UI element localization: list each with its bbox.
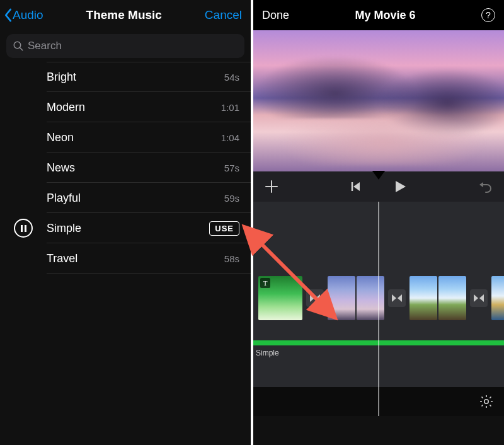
- theme-music-pane: Audio Theme Music Cancel Bright 54s Mode…: [0, 0, 251, 445]
- title-badge: T: [260, 278, 270, 288]
- undo-button[interactable]: [478, 180, 493, 194]
- theme-name: Neon: [47, 131, 221, 144]
- theme-name: Bright: [47, 71, 224, 84]
- theme-duration: 1:01: [221, 102, 239, 113]
- search-bar[interactable]: [6, 34, 244, 58]
- playhead-marker-icon: [372, 171, 385, 180]
- undo-icon: [478, 180, 493, 194]
- theme-name: Simple: [47, 222, 209, 235]
- skip-back-icon: [350, 180, 362, 193]
- theme-duration: 1:04: [221, 132, 239, 143]
- theme-row-travel[interactable]: Travel 58s: [0, 243, 251, 274]
- settings-button[interactable]: [479, 394, 494, 409]
- play-button[interactable]: [392, 179, 408, 194]
- use-button[interactable]: USE: [209, 221, 239, 236]
- editor-nav: Done My Movie 6 ?: [253, 0, 504, 30]
- theme-duration: 54s: [224, 72, 239, 83]
- help-button[interactable]: ?: [481, 8, 495, 22]
- transition-icon: [473, 294, 484, 303]
- theme-row-playful[interactable]: Playful 59s: [0, 183, 251, 213]
- go-to-start-button[interactable]: [350, 180, 362, 193]
- search-icon: [13, 40, 24, 52]
- theme-duration: 58s: [224, 253, 239, 264]
- transition-1[interactable]: [306, 289, 324, 307]
- clip-3a[interactable]: [410, 276, 437, 320]
- playhead-line: [379, 202, 379, 416]
- theme-row-simple[interactable]: Simple USE: [0, 213, 251, 243]
- project-title: My Movie 6: [355, 9, 416, 22]
- theme-list: Bright 54s Modern 1:01 Neon 1:04 News 57…: [0, 62, 251, 274]
- back-button[interactable]: Audio: [4, 8, 43, 22]
- audio-track-label: Simple: [256, 349, 504, 357]
- transition-3[interactable]: [470, 289, 488, 307]
- transition-icon: [391, 294, 403, 303]
- transition-2[interactable]: [388, 289, 406, 307]
- theme-row-modern[interactable]: Modern 1:01: [0, 92, 251, 122]
- back-label: Audio: [13, 8, 43, 22]
- theme-name: News: [47, 161, 224, 175]
- editor-pane: Done My Movie 6 ?: [253, 0, 504, 445]
- theme-row-neon[interactable]: Neon 1:04: [0, 122, 251, 153]
- theme-duration: 59s: [224, 193, 239, 204]
- control-bar: [253, 171, 504, 202]
- timeline[interactable]: T Simple: [253, 202, 504, 416]
- video-preview[interactable]: [253, 30, 504, 171]
- theme-name: Travel: [47, 252, 224, 265]
- page-title: Theme Music: [43, 8, 205, 22]
- theme-row-news[interactable]: News 57s: [0, 153, 251, 183]
- theme-row-bright[interactable]: Bright 54s: [0, 62, 251, 92]
- pause-button[interactable]: [14, 219, 33, 238]
- add-media-button[interactable]: [265, 180, 278, 194]
- search-input[interactable]: [28, 40, 238, 52]
- theme-name: Playful: [47, 192, 224, 205]
- nav-bar: Audio Theme Music Cancel: [0, 0, 251, 30]
- svg-point-2: [484, 400, 488, 403]
- done-button[interactable]: Done: [262, 9, 289, 22]
- clip-1[interactable]: T: [258, 276, 302, 320]
- clip-2a[interactable]: [328, 276, 355, 320]
- pause-icon: [21, 225, 26, 232]
- gear-icon: [479, 394, 494, 409]
- theme-name: Modern: [47, 101, 221, 114]
- plus-icon: [265, 180, 278, 194]
- clip-2b[interactable]: [357, 276, 384, 320]
- play-icon: [392, 179, 408, 194]
- transition-icon: [309, 294, 321, 303]
- clip-4[interactable]: [491, 276, 504, 320]
- chevron-left-icon: [4, 8, 13, 22]
- clip-3b[interactable]: [438, 276, 466, 320]
- theme-duration: 57s: [224, 163, 239, 173]
- cancel-button[interactable]: Cancel: [205, 8, 247, 22]
- svg-line-1: [20, 47, 23, 50]
